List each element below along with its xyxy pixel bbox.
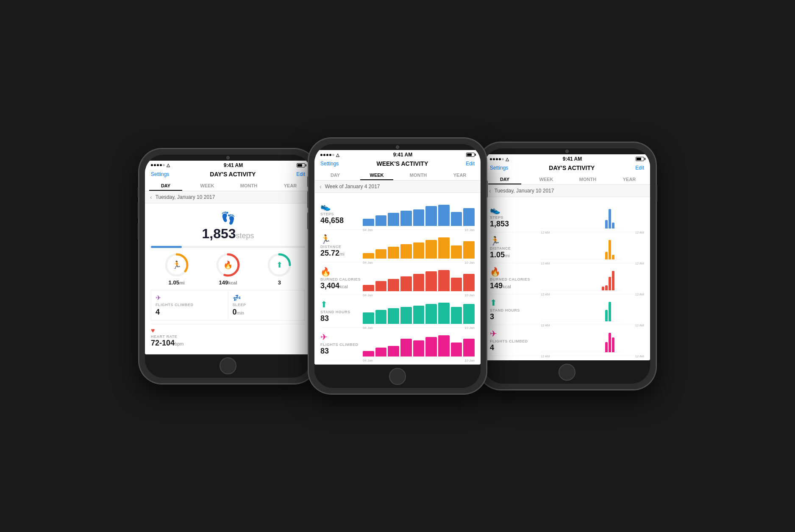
day-chart-bar — [615, 290, 618, 290]
chart-bar — [425, 206, 437, 226]
day-chart-bar — [548, 228, 550, 228]
day-chart-bar — [568, 352, 570, 352]
settings-button[interactable]: Settings — [490, 165, 508, 171]
tab-day[interactable]: DAY — [314, 170, 356, 180]
content-area: 👟 STEPS 46,658 04 Jan 10 Jan — [314, 193, 481, 365]
day-row-value-display-1: 1.05mi — [490, 251, 541, 259]
chart-bar — [438, 335, 450, 357]
day-row-icon-2: 🔥 — [490, 267, 541, 277]
phone-1: △ 9:41 AM Settings DAY'S ACTIVITY Edit D… — [139, 149, 317, 384]
day-chart-bar — [592, 290, 594, 290]
metric-value-1: 149kcal — [219, 279, 237, 286]
day-chart-bar — [544, 290, 547, 290]
day-chart-bar — [615, 228, 618, 228]
chart-bar — [388, 279, 399, 291]
home-button[interactable] — [559, 364, 575, 381]
day-start-1: 12 AM — [541, 262, 550, 265]
week-row-left-4: ✈ FLIGHTS CLIMBED 83 — [320, 332, 363, 356]
tab-year[interactable]: YEAR — [439, 170, 481, 180]
home-area — [145, 354, 311, 378]
day-chart-bar — [619, 321, 621, 321]
tab-month[interactable]: MONTH — [228, 180, 270, 191]
chart-bar — [388, 213, 399, 226]
week-row-label-4: FLIGHTS CLIMBED — [320, 343, 363, 347]
day-start-4: 12 AM — [541, 354, 550, 358]
small-metric-0: ✈ FLIGHTS CLIMBED 4 — [151, 290, 228, 320]
day-chart-bar — [585, 228, 587, 228]
week-chart-2: 04 Jan 10 Jan — [363, 266, 475, 291]
day-chart-bar — [585, 290, 587, 290]
chart-end-4: 10 Jan — [464, 359, 475, 362]
day-row-value-display-4: 4 — [490, 343, 541, 352]
tab-week[interactable]: WEEK — [356, 170, 398, 180]
week-row-left-3: ⬆ STAND HOURS 83 — [320, 299, 363, 323]
week-row-value-4: 83 — [320, 347, 329, 355]
small-metric-icon-0: ✈ — [156, 294, 224, 302]
tab-week[interactable]: WEEK — [186, 180, 228, 191]
chart-bar — [388, 346, 399, 357]
week-row-icon-0: 👟 — [320, 201, 363, 212]
day-row-4: ✈ FLIGHTS CLIMBED 4 12 AM 12 AM — [490, 325, 644, 356]
settings-button[interactable]: Settings — [320, 161, 339, 167]
chart-bar — [463, 274, 475, 291]
chart-bar — [438, 237, 450, 259]
day-chart-bar — [595, 228, 598, 228]
edit-button[interactable]: Edit — [466, 161, 475, 167]
chart-bar — [425, 240, 437, 259]
day-row-value-display-3: 3 — [490, 312, 541, 321]
day-chart-bar — [541, 290, 543, 290]
chart-bar — [463, 304, 475, 324]
chart-bar — [451, 278, 462, 291]
home-button[interactable] — [389, 368, 406, 385]
day-row-label-0: STEPS — [490, 215, 541, 220]
day-chart-bar — [561, 352, 564, 352]
front-camera — [396, 145, 399, 149]
chart-bar — [438, 205, 450, 226]
tab-year[interactable]: YEAR — [609, 174, 650, 184]
footprints-icon: 👣 — [151, 211, 305, 225]
chart-bar — [425, 271, 437, 291]
week-row-label-3: STAND HOURS — [320, 310, 363, 314]
date-back-arrow[interactable]: ‹ — [150, 194, 152, 201]
tab-day[interactable]: DAY — [145, 180, 186, 191]
home-button[interactable] — [220, 357, 236, 374]
day-chart-bar — [548, 321, 550, 321]
day-chart-bar — [558, 228, 560, 228]
metric-circle-1: 🔥 149kcal — [215, 252, 241, 286]
nav-bar: Settings DAY'S ACTIVITY Edit — [484, 163, 650, 174]
tab-day[interactable]: DAY — [484, 174, 525, 184]
day-chart-bar — [581, 259, 584, 259]
day-chart-bar — [575, 290, 577, 290]
small-metric-value-0: 4 — [156, 308, 160, 316]
edit-button[interactable]: Edit — [635, 165, 644, 171]
power-button — [656, 185, 657, 202]
day-chart-bar — [588, 259, 591, 259]
day-chart-bar — [564, 290, 567, 290]
status-time: 9:41 AM — [393, 152, 413, 158]
date-back-arrow[interactable]: ‹ — [489, 187, 491, 194]
metric-value-0: 1.05mi — [169, 279, 185, 286]
day-chart-bar — [605, 285, 608, 290]
day-chart-bar — [609, 333, 611, 352]
edit-button[interactable]: Edit — [296, 171, 305, 177]
chart-bar — [363, 312, 374, 324]
tab-month[interactable]: MONTH — [567, 174, 609, 184]
small-metric-label-0: FLIGHTS CLIMBED — [156, 303, 224, 307]
day-chart-bar — [544, 259, 547, 259]
nav-title: DAY'S ACTIVITY — [210, 171, 256, 178]
tab-week[interactable]: WEEK — [525, 174, 567, 184]
day-chart-bar — [554, 290, 557, 290]
phones-container: △ 9:41 AM Settings DAY'S ACTIVITY Edit D… — [139, 138, 656, 394]
circle-container-1: 🔥 — [215, 252, 241, 278]
tab-month[interactable]: MONTH — [398, 170, 439, 180]
day-chart-bar — [612, 255, 614, 259]
chart-start-2: 04 Jan — [363, 293, 373, 297]
steps-progress-bar — [151, 246, 305, 248]
chart-start-1: 04 Jan — [363, 261, 373, 265]
settings-button[interactable]: Settings — [151, 171, 169, 177]
chart-bar — [425, 337, 437, 357]
date-back-arrow[interactable]: ‹ — [320, 183, 322, 190]
tab-year[interactable]: YEAR — [270, 180, 311, 191]
day-chart-bar — [568, 290, 570, 290]
week-row-value-2: 3,404 — [320, 281, 339, 290]
